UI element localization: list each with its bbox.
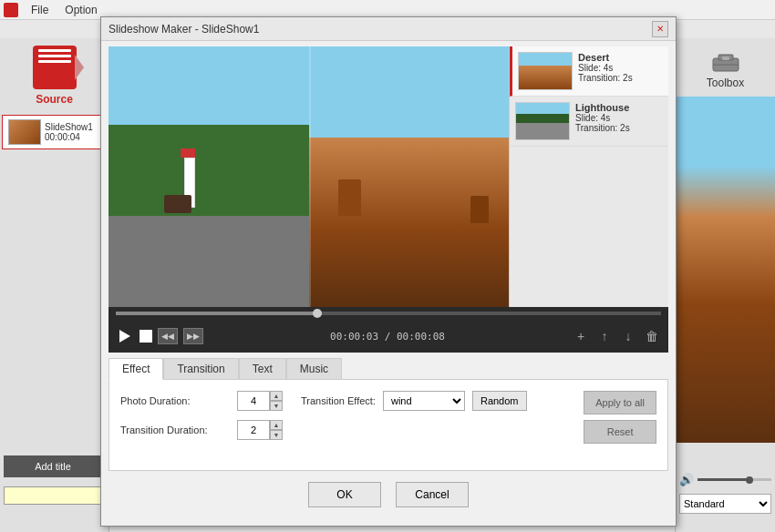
slide-item-desert[interactable]: Desert Slide: 4s Transition: 2s [510, 46, 668, 97]
effect-form: Photo Duration: ▲ ▼ Transition Duration: [120, 391, 656, 449]
slide-item-lighthouse[interactable]: Lighthouse Slide: 4s Transition: 2s [510, 97, 668, 147]
modal-title-bar: Slideshow Maker - SlideShow1 ✕ [101, 17, 676, 41]
play-icon [119, 330, 130, 343]
transition-effect-select[interactable]: wind [383, 391, 465, 411]
file-item[interactable]: SlideShow1 00:00:04 [2, 115, 107, 149]
video-player [108, 46, 509, 307]
transition-duration-row: Transition Duration: ▲ ▼ [120, 420, 283, 440]
file-name: SlideShow1 [45, 122, 93, 132]
reset-button[interactable]: Reset [584, 420, 656, 444]
photo-duration-input[interactable] [237, 391, 270, 411]
standard-dropdown-wrap: Standard [679, 494, 771, 514]
source-arrow [75, 55, 84, 80]
tab-row: Effect Transition Text Music [108, 358, 668, 380]
slide-info-desert: Desert Slide: 4s Transition: 2s [578, 52, 633, 83]
slide-transition-lighthouse: Transition: 2s [575, 123, 630, 133]
slide-thumb-lighthouse [515, 102, 570, 140]
photo-duration-up[interactable]: ▲ [270, 391, 283, 401]
delete-button[interactable]: 🗑 [643, 327, 661, 345]
time-current: 00:00:03 [330, 331, 378, 343]
slide-transition-desert: Transition: 2s [578, 73, 633, 83]
volume-icon: 🔊 [679, 473, 694, 486]
transition-effect-row: Transition Effect: wind Random [301, 391, 527, 411]
app-icon [4, 3, 18, 17]
progress-bar[interactable] [108, 307, 668, 320]
source-button[interactable]: Source [0, 38, 108, 113]
effect-left-column: Photo Duration: ▲ ▼ Transition Duration: [120, 391, 283, 449]
modal-close-button[interactable]: ✕ [652, 21, 668, 37]
slide-name-desert: Desert [578, 52, 633, 63]
dialog-footer: OK Cancel [101, 471, 676, 518]
toolbox-label: Toolbox [707, 77, 744, 89]
slide-name-lighthouse: Lighthouse [575, 102, 630, 113]
time-total: 00:00:08 [397, 331, 445, 343]
transition-duration-down[interactable]: ▼ [270, 430, 283, 440]
svg-rect-2 [722, 56, 729, 60]
source-icon [33, 46, 77, 89]
standard-select[interactable]: Standard [679, 494, 771, 514]
play-button[interactable] [116, 327, 134, 345]
effect-right-column: Transition Effect: wind Random [301, 391, 527, 449]
toolbox-icon [708, 46, 744, 75]
menu-file[interactable]: File [24, 2, 56, 18]
tab-music[interactable]: Music [286, 358, 342, 379]
tab-text[interactable]: Text [239, 358, 286, 379]
file-duration: 00:00:04 [45, 132, 93, 142]
right-panel-preview [676, 97, 775, 443]
playback-bar: ◀◀ ▶▶ 00:00:03 / 00:00:08 + ↑ ↓ 🗑 [108, 320, 668, 353]
volume-bar: 🔊 [679, 473, 771, 486]
add-slide-button[interactable]: + [572, 327, 590, 345]
photo-duration-input-wrap: ▲ ▼ [237, 391, 283, 411]
video-right-frame [309, 46, 510, 307]
app-window: File Option Source SlideShow1 00:00:04 A… [0, 0, 775, 532]
photo-duration-label: Photo Duration: [120, 395, 230, 406]
transition-duration-input[interactable] [237, 420, 270, 440]
cancel-button[interactable]: Cancel [396, 482, 469, 507]
rewind-button[interactable]: ◀◀ [158, 328, 178, 344]
transition-line [309, 46, 311, 307]
transition-duration-input-wrap: ▲ ▼ [237, 420, 283, 440]
modal-window: Slideshow Maker - SlideShow1 ✕ [100, 16, 677, 527]
text-input-bottom[interactable] [4, 486, 102, 505]
tabs-area: Effect Transition Text Music Photo Durat… [108, 358, 668, 471]
apply-to-all-button[interactable]: Apply to all [584, 391, 656, 414]
time-display: 00:00:03 / 00:00:08 [209, 331, 566, 343]
file-thumbnail [8, 119, 41, 145]
slide-duration-lighthouse: Slide: 4s [575, 113, 630, 123]
photo-duration-spin: ▲ ▼ [270, 391, 283, 411]
transition-duration-spin: ▲ ▼ [270, 420, 283, 440]
transition-duration-up[interactable]: ▲ [270, 420, 283, 430]
move-down-button[interactable]: ↓ [619, 327, 637, 345]
file-info: SlideShow1 00:00:04 [45, 122, 93, 142]
slide-info-lighthouse: Lighthouse Slide: 4s Transition: 2s [575, 102, 630, 133]
tab-effect[interactable]: Effect [108, 358, 163, 380]
stop-button[interactable] [140, 330, 152, 343]
transition-duration-label: Transition Duration: [120, 425, 230, 435]
effect-action-buttons: Apply to all Reset [584, 391, 656, 449]
forward-button[interactable]: ▶▶ [183, 328, 203, 344]
menu-option[interactable]: Option [57, 2, 104, 18]
video-container: Desert Slide: 4s Transition: 2s Lighthou… [108, 46, 668, 307]
tab-transition[interactable]: Transition [163, 358, 238, 379]
slide-duration-desert: Slide: 4s [578, 63, 633, 73]
toolbox-button[interactable]: Toolbox [676, 38, 775, 97]
move-up-button[interactable]: ↑ [595, 327, 614, 345]
transition-effect-label: Transition Effect: [301, 395, 376, 406]
photo-duration-down[interactable]: ▼ [270, 401, 283, 411]
ok-button[interactable]: OK [308, 482, 381, 507]
video-left-frame [108, 46, 309, 307]
photo-duration-row: Photo Duration: ▲ ▼ [120, 391, 283, 411]
tab-content-effect: Photo Duration: ▲ ▼ Transition Duration: [108, 380, 668, 471]
slide-thumb-desert [518, 52, 573, 90]
right-panel: Toolbox 🔊 Standard [675, 38, 775, 532]
add-title-button[interactable]: Add title [4, 455, 102, 477]
slide-list: Desert Slide: 4s Transition: 2s Lighthou… [509, 46, 668, 307]
source-label: Source [36, 93, 73, 106]
left-panel: Source SlideShow1 00:00:04 Add title [0, 38, 109, 532]
modal-title: Slideshow Maker - SlideShow1 [108, 23, 652, 36]
random-button[interactable]: Random [472, 391, 527, 411]
time-separator: / [385, 331, 397, 343]
